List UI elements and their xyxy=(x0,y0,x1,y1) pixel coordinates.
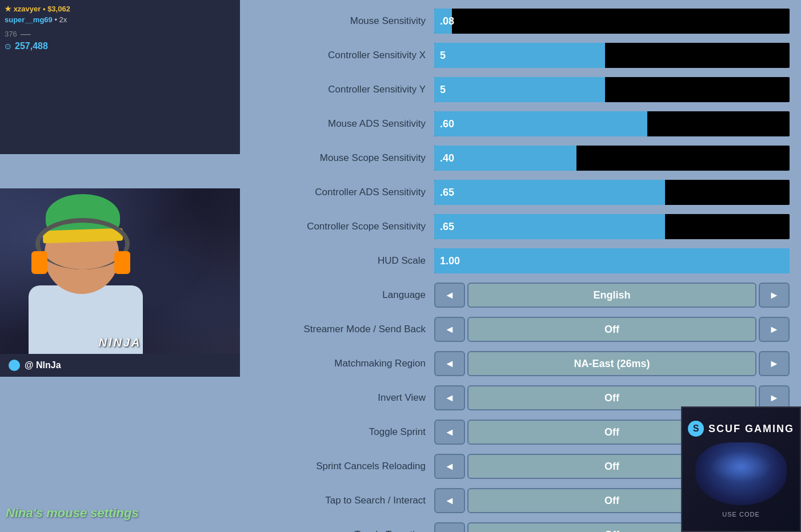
option-controls-1: ◄Off► xyxy=(434,317,790,342)
option-left-arrow-6[interactable]: ◄ xyxy=(434,488,465,513)
slider-row-3: Mouse ADS Sensitivity.60 xyxy=(251,108,790,139)
slider-label-6: Controller Scope Sensitivity xyxy=(251,221,434,232)
slider-label-2: Controller Sensitivity Y xyxy=(251,84,434,95)
slider-container-0[interactable]: .08 xyxy=(434,9,790,34)
slider-container-2[interactable]: 5 xyxy=(434,77,790,102)
chat-area: ★ xzavyer • $3,062 super__mg69 • 2x 376 … xyxy=(0,0,240,154)
option-controls-2: ◄NA-East (26ms)► xyxy=(434,351,790,376)
option-row-0: Language◄English► xyxy=(251,280,790,311)
option-left-arrow-3[interactable]: ◄ xyxy=(434,385,465,410)
left-arrow-symbol-1: ◄ xyxy=(444,324,455,336)
slider-value-3: .60 xyxy=(440,118,454,130)
slider-label-0: Mouse Sensitivity xyxy=(251,15,434,27)
slider-value-7: 1.00 xyxy=(440,255,460,267)
option-row-1: Streamer Mode / Send Back◄Off► xyxy=(251,314,790,345)
slider-label-5: Controller ADS Sensitivity xyxy=(251,187,434,198)
right-arrow-symbol-0: ► xyxy=(769,289,779,301)
headphone-left-cup xyxy=(31,251,47,274)
option-value-1: Off xyxy=(467,317,756,342)
option-label-5: Sprint Cancels Reloading xyxy=(251,461,434,472)
slider-fill-5: .65 xyxy=(434,180,665,205)
slider-container-1[interactable]: 5 xyxy=(434,43,790,68)
option-label-3: Invert View xyxy=(251,392,434,404)
chat-message-2: super__mg69 • 2x xyxy=(5,15,235,24)
slider-fill-7: 1.00 xyxy=(434,248,790,273)
scuf-controller-visual xyxy=(695,442,787,505)
scuf-banner: S SCUF GAMING USE CODE xyxy=(681,406,801,532)
option-left-arrow-5[interactable]: ◄ xyxy=(434,454,465,479)
slider-value-5: .65 xyxy=(440,187,454,199)
chat-message: ★ xzavyer • $3,062 xyxy=(5,5,235,13)
mouse-settings-label: Nina's mouse settings xyxy=(6,506,139,521)
scuf-logo-row: S SCUF GAMING xyxy=(688,421,794,437)
option-row-2: Matchmaking Region◄NA-East (26ms)► xyxy=(251,348,790,379)
streamer-info-bar: @ NlnJa xyxy=(0,354,240,377)
right-arrow-symbol-3: ► xyxy=(769,392,779,404)
slider-rows: Mouse Sensitivity.08Controller Sensitivi… xyxy=(251,6,790,276)
option-label-0: Language xyxy=(251,289,434,301)
left-arrow-symbol-6: ◄ xyxy=(444,495,455,507)
stream-overlay: ★ xzavyer • $3,062 super__mg69 • 2x 376 … xyxy=(0,0,240,532)
option-left-arrow-4[interactable]: ◄ xyxy=(434,420,465,445)
option-label-1: Streamer Mode / Send Back xyxy=(251,324,434,335)
option-label-4: Toggle Sprint xyxy=(251,426,434,438)
slider-fill-0: .08 xyxy=(434,9,452,34)
option-label-6: Tap to Search / Interact xyxy=(251,495,434,506)
option-label-2: Matchmaking Region xyxy=(251,358,434,369)
left-arrow-symbol-2: ◄ xyxy=(444,358,455,370)
option-left-arrow-7[interactable]: ◄ xyxy=(434,522,465,532)
slider-row-0: Mouse Sensitivity.08 xyxy=(251,6,790,37)
option-value-2: NA-East (26ms) xyxy=(467,351,756,376)
slider-container-5[interactable]: .65 xyxy=(434,180,790,205)
slider-container-3[interactable]: .60 xyxy=(434,111,790,136)
slider-row-1: Controller Sensitivity X5 xyxy=(251,40,790,71)
slider-row-7: HUD Scale1.00 xyxy=(251,245,790,276)
option-left-arrow-2[interactable]: ◄ xyxy=(434,351,465,376)
left-arrow-symbol-3: ◄ xyxy=(444,392,455,404)
chat-username-xzavyer: xzavyer xyxy=(14,5,41,13)
chat-username: ★ xyxy=(5,5,11,13)
slider-label-7: HUD Scale xyxy=(251,255,434,267)
slider-value-4: .40 xyxy=(440,152,454,164)
chat-multiplier: • 2x xyxy=(54,15,67,24)
option-left-arrow-1[interactable]: ◄ xyxy=(434,317,465,342)
slider-row-5: Controller ADS Sensitivity.65 xyxy=(251,177,790,208)
streamer-name: @ NlnJa xyxy=(25,360,61,370)
webcam-container: NlNJA xyxy=(0,188,240,354)
option-left-arrow-0[interactable]: ◄ xyxy=(434,283,465,308)
chat-username-super: super__mg69 xyxy=(5,15,53,24)
slider-value-0: .08 xyxy=(440,15,454,27)
slider-container-7[interactable]: 1.00 xyxy=(434,248,790,273)
left-arrow-symbol-0: ◄ xyxy=(444,289,455,301)
coins-icon: ⊙ xyxy=(5,42,11,51)
option-right-arrow-2[interactable]: ► xyxy=(759,351,790,376)
left-arrow-symbol-5: ◄ xyxy=(444,461,455,473)
slider-row-6: Controller Scope Sensitivity.65 xyxy=(251,211,790,242)
slider-fill-4: .40 xyxy=(434,146,576,171)
coins-value: 257,488 xyxy=(15,41,48,51)
option-right-arrow-1[interactable]: ► xyxy=(759,317,790,342)
option-value-0: English xyxy=(467,283,756,308)
webcam-bg: NlNJA xyxy=(0,188,240,354)
slider-fill-6: .65 xyxy=(434,214,665,239)
option-right-arrow-0[interactable]: ► xyxy=(759,283,790,308)
left-arrow-symbol-7: ◄ xyxy=(444,529,455,533)
progress-bar-icon: — xyxy=(21,29,31,39)
left-arrow-symbol-4: ◄ xyxy=(444,426,455,438)
slider-value-6: .65 xyxy=(440,221,454,233)
slider-value-2: 5 xyxy=(440,84,446,96)
slider-label-1: Controller Sensitivity X xyxy=(251,50,434,61)
headphone-right-cup xyxy=(114,251,130,274)
right-arrow-symbol-2: ► xyxy=(769,358,779,370)
chat-donation: • $3,062 xyxy=(43,5,70,13)
slider-value-1: 5 xyxy=(440,50,446,62)
slider-container-4[interactable]: .40 xyxy=(434,146,790,171)
slider-label-3: Mouse ADS Sensitivity xyxy=(251,118,434,130)
scuf-s-icon: S xyxy=(688,421,704,437)
slider-container-6[interactable]: .65 xyxy=(434,214,790,239)
option-label-7: Toggle Targeting xyxy=(251,529,434,532)
stat-number: 376 xyxy=(5,30,17,38)
ninja-label: NlNJA xyxy=(98,336,141,349)
right-arrow-symbol-1: ► xyxy=(769,324,779,336)
streamer-avatar xyxy=(9,360,20,371)
